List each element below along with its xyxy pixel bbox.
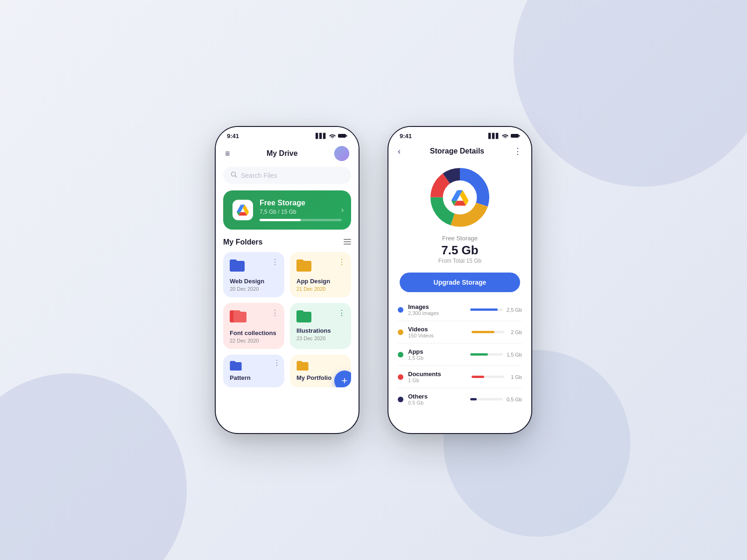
back-button[interactable]: ‹ xyxy=(398,147,401,156)
item-bar-area-documents: 1 Gb xyxy=(467,374,522,380)
folder-name-pattern: Pattern xyxy=(230,374,278,381)
item-info-others: Others 0.5 Gb xyxy=(408,393,463,406)
bg-decoration-right xyxy=(514,0,747,187)
storage-info: Free Storage 7,5 Gb / 15 Gb xyxy=(260,199,342,221)
item-info-documents: Documents 1 Gb xyxy=(408,371,463,383)
dot-apps xyxy=(398,352,403,357)
storage-subtitle: 7,5 Gb / 15 Gb xyxy=(260,209,342,215)
phone-header-left: ≡ My Drive xyxy=(216,142,359,167)
svg-line-3 xyxy=(235,176,237,178)
item-size-videos: 2 Gb xyxy=(508,329,522,335)
folder-dots-app[interactable]: ⋮ xyxy=(338,258,345,266)
item-info-videos: Videos 150 Videos xyxy=(408,326,463,338)
item-name-documents: Documents xyxy=(408,371,463,378)
wifi-icon-right xyxy=(502,133,508,139)
item-name-videos: Videos xyxy=(408,326,463,333)
status-icons-right: ▋▋▋ xyxy=(488,133,520,139)
folder-dots-pattern[interactable]: ⋮ xyxy=(273,358,281,367)
storage-title: Free Storage xyxy=(260,199,342,207)
item-info-images: Images 2,300 images xyxy=(408,303,463,316)
folders-header: My Folders xyxy=(216,238,359,252)
svg-rect-8 xyxy=(519,135,520,137)
dot-videos xyxy=(398,329,403,335)
list-view-icon[interactable] xyxy=(344,238,351,246)
google-drive-icon xyxy=(237,204,249,216)
folder-name-web: Web Design xyxy=(230,278,278,285)
item-bar-area-videos: 2 Gb xyxy=(467,329,522,335)
item-name-apps: Apps xyxy=(408,348,463,355)
item-bar-bg-apps xyxy=(470,353,503,356)
storage-card[interactable]: Free Storage 7,5 Gb / 15 Gb › xyxy=(223,190,351,230)
dot-others xyxy=(398,397,403,402)
my-drive-title: My Drive xyxy=(267,149,298,158)
folder-web-design[interactable]: ⋮ Web Design 20 Dec 2020 xyxy=(223,252,284,297)
item-bar-bg-others xyxy=(470,398,503,400)
storage-arrow[interactable]: › xyxy=(341,206,344,214)
bg-decoration-left xyxy=(0,373,187,560)
folders-grid: ⋮ Web Design 20 Dec 2020 ⋮ App Design 21… xyxy=(216,252,359,349)
storage-item-others: Others 0.5 Gb 0,5 Gb xyxy=(398,388,522,410)
folders-title: My Folders xyxy=(223,238,262,246)
folder-date-illust: 23 Dec 2020 xyxy=(296,336,345,341)
fab-add[interactable]: + xyxy=(334,371,351,387)
item-size-images: 2,5 Gb xyxy=(507,307,522,313)
folder-name-font: Font collections xyxy=(230,329,278,336)
status-icons-left: ▋▋▋ xyxy=(316,133,347,139)
item-bar-fill-documents xyxy=(472,376,484,378)
menu-icon[interactable]: ≡ xyxy=(225,149,230,159)
folder-font-collections[interactable]: ⋮ Font collections 22 Dec 2020 xyxy=(223,303,284,349)
item-count-documents: 1 Gb xyxy=(408,378,463,383)
svg-rect-7 xyxy=(511,134,519,138)
battery-icon-left xyxy=(338,133,347,139)
storage-item-videos: Videos 150 Videos 2 Gb xyxy=(398,321,522,343)
folder-dots-font[interactable]: ⋮ xyxy=(271,308,279,317)
storage-item-apps: Apps 1,5 Gb 1,5 Gb xyxy=(398,343,522,366)
item-bar-fill-images xyxy=(470,308,498,311)
folder-dots-illust[interactable]: ⋮ xyxy=(338,308,345,317)
upgrade-storage-button[interactable]: Upgrade Storage xyxy=(400,273,520,292)
wifi-icon-left xyxy=(329,133,336,139)
storage-bar-fill xyxy=(260,219,301,221)
chart-center-circle xyxy=(443,181,477,215)
item-count-others: 0.5 Gb xyxy=(408,400,463,406)
folder-date-app: 21 Dec 2020 xyxy=(296,286,345,292)
item-count-apps: 1,5 Gb xyxy=(408,355,463,361)
folder-date-font: 22 Dec 2020 xyxy=(230,338,278,343)
folder-illustrations[interactable]: ⋮ Illustrations 23 Dec 2020 xyxy=(290,303,351,349)
item-name-others: Others xyxy=(408,393,463,400)
folder-my-portfolio[interactable]: My Portfolio + xyxy=(290,355,351,387)
search-bar[interactable]: Search Files xyxy=(223,167,351,184)
signal-icon-left: ▋▋▋ xyxy=(316,133,327,139)
user-avatar[interactable] xyxy=(334,146,349,161)
item-count-images: 2,300 images xyxy=(408,310,463,316)
status-bar-right: 9:41 ▋▋▋ xyxy=(388,127,531,142)
status-time-left: 9:41 xyxy=(227,133,239,140)
battery-icon-right xyxy=(511,133,520,139)
status-time-right: 9:41 xyxy=(400,133,412,140)
folder-icon-illust xyxy=(296,309,345,324)
storage-donut-chart xyxy=(427,165,493,230)
storage-item-documents: Documents 1 Gb 1 Gb xyxy=(398,366,522,388)
svg-rect-6 xyxy=(344,244,351,245)
folder-pattern[interactable]: Pattern ⋮ xyxy=(223,355,284,387)
fs-amount: 7.5 Gb xyxy=(388,243,531,258)
item-bar-area-apps: 1,5 Gb xyxy=(467,352,522,357)
fs-label: Free Storage xyxy=(388,235,531,242)
item-bar-bg-documents xyxy=(472,376,504,378)
folder-icon-app xyxy=(296,259,345,275)
item-size-apps: 1,5 Gb xyxy=(507,352,522,357)
folder-icon-pattern xyxy=(230,360,278,372)
svg-rect-1 xyxy=(346,135,347,137)
folder-dots-web[interactable]: ⋮ xyxy=(271,258,279,266)
storage-chart-container xyxy=(388,160,531,233)
item-bar-bg-videos xyxy=(472,331,504,333)
dot-images xyxy=(398,307,403,313)
drive-icon-box xyxy=(233,200,253,220)
more-options-button[interactable]: ⋮ xyxy=(514,146,522,156)
item-size-others: 0,5 Gb xyxy=(507,397,522,402)
avatar-image xyxy=(334,146,349,161)
folder-date-web: 20 Dec 2020 xyxy=(230,286,278,292)
item-bar-fill-videos xyxy=(472,331,494,333)
svg-rect-5 xyxy=(344,241,351,242)
folder-app-design[interactable]: ⋮ App Design 21 Dec 2020 xyxy=(290,252,351,297)
